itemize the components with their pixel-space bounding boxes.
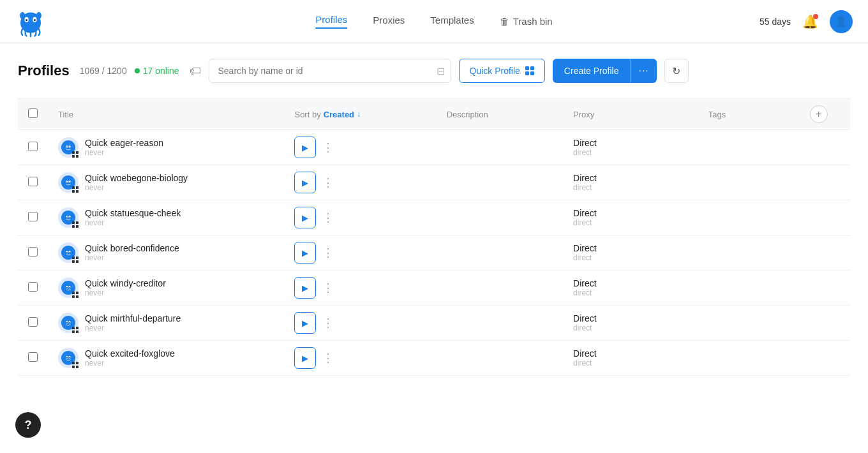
nav-trash[interactable]: 🗑 Trash bin [500, 16, 553, 27]
row-title-cell: Quick excited-foxglove never [48, 341, 284, 376]
create-profile-label: Create Profile [553, 59, 631, 83]
quick-profile-label: Quick Profile [470, 66, 520, 76]
profile-avatar [58, 313, 79, 333]
row-tags-cell [698, 306, 800, 341]
browser-icon [72, 151, 79, 158]
play-button[interactable]: ▶ [294, 172, 316, 193]
row-checkbox-cell [18, 306, 48, 341]
row-actions-cell: ▶ ⋮ [284, 341, 436, 376]
row-checkbox-1[interactable] [28, 142, 38, 151]
proxy-sub: direct [573, 288, 688, 297]
row-actions-cell: ▶ ⋮ [284, 235, 436, 271]
row-title-cell: Quick eager-reason never [48, 130, 284, 165]
row-checkbox-2[interactable] [28, 177, 38, 186]
more-options-button[interactable]: ⋮ [320, 351, 337, 365]
profile-name: Quick eager-reason [85, 138, 163, 148]
proxy-sub: direct [573, 183, 688, 192]
profile-avatar [58, 242, 79, 263]
create-profile-more-button[interactable]: ··· [631, 59, 656, 83]
row-title-cell: Quick statuesque-cheek never [48, 200, 284, 235]
more-options-button[interactable]: ⋮ [320, 246, 337, 260]
sort-arrow-icon: ↓ [357, 110, 361, 119]
svg-point-36 [69, 322, 70, 323]
more-options-button[interactable]: ⋮ [320, 140, 337, 154]
search-input[interactable] [209, 59, 451, 83]
row-description-cell [437, 130, 563, 165]
svg-point-5 [20, 11, 25, 19]
row-checkbox-4[interactable] [28, 247, 38, 256]
logo[interactable] [15, 6, 46, 37]
play-button[interactable]: ▶ [294, 312, 316, 334]
profiles-table: Title Sort by Created ↓ Description Prox… [18, 98, 850, 376]
table-row: Quick woebegone-biology never ▶ ⋮ Direct… [18, 165, 850, 200]
row-checkbox-cell [18, 271, 48, 306]
row-checkbox-cell [18, 235, 48, 271]
row-title-cell: Quick bored-confidence never [48, 235, 284, 271]
play-button[interactable]: ▶ [294, 347, 316, 369]
days-badge: 55 days [760, 17, 791, 27]
more-options-button[interactable]: ⋮ [320, 281, 337, 295]
col-header-description: Description [437, 99, 563, 130]
profile-info: Quick statuesque-cheek never [85, 208, 181, 227]
browser-icon [72, 221, 79, 228]
user-avatar-button[interactable]: 👤 [830, 10, 853, 33]
play-button[interactable]: ▶ [294, 207, 316, 228]
table-row: Quick bored-confidence never ▶ ⋮ Direct … [18, 235, 850, 271]
profile-time: never [85, 183, 188, 192]
proxy-main: Direct [573, 208, 688, 218]
play-button[interactable]: ▶ [294, 137, 316, 158]
row-extra-cell [800, 341, 850, 376]
col-header-sortby[interactable]: Sort by Created ↓ [284, 99, 436, 130]
svg-point-30 [66, 287, 68, 288]
row-tags-cell [698, 200, 800, 235]
quick-profile-button[interactable]: Quick Profile [459, 59, 545, 83]
row-proxy-cell: Direct direct [563, 341, 698, 376]
refresh-button[interactable]: ↻ [664, 59, 689, 83]
play-button[interactable]: ▶ [294, 277, 316, 299]
nav-proxies[interactable]: Proxies [373, 15, 405, 28]
row-title-cell: Quick mirthful-departure never [48, 306, 284, 341]
more-options-button[interactable]: ⋮ [320, 316, 337, 330]
proxy-main: Direct [573, 348, 688, 359]
row-extra-cell [800, 271, 850, 306]
filter-icon[interactable]: ⊟ [437, 65, 445, 77]
row-checkbox-3[interactable] [28, 212, 38, 221]
nav-profiles[interactable]: Profiles [315, 14, 347, 29]
row-description-cell [437, 200, 563, 235]
proxy-main: Direct [573, 313, 688, 323]
svg-point-21 [69, 217, 70, 218]
col-header-tags: Tags [698, 99, 800, 130]
profile-time: never [85, 323, 181, 332]
row-checkbox-7[interactable] [28, 352, 38, 362]
row-checkbox-cell [18, 200, 48, 235]
notifications-button[interactable]: 🔔 [802, 14, 818, 29]
row-tags-cell [698, 165, 800, 200]
browser-icon [72, 256, 79, 263]
more-options-button[interactable]: ⋮ [320, 211, 337, 225]
profile-info: Quick mirthful-departure never [85, 313, 181, 332]
create-profile-button[interactable]: Create Profile ··· [553, 59, 657, 83]
row-checkbox-cell [18, 341, 48, 376]
row-checkbox-5[interactable] [28, 282, 38, 292]
proxy-main: Direct [573, 243, 688, 253]
profile-avatar [58, 207, 79, 228]
search-wrapper: ⊟ [209, 59, 451, 83]
top-bar: Profiles 1069 / 1200 17 online 🏷 ⊟ Quick… [18, 59, 850, 83]
profile-info: Quick excited-foxglove never [85, 348, 175, 368]
add-column-button[interactable]: + [810, 105, 828, 123]
sort-by-label: Sort by [294, 110, 320, 119]
tag-button[interactable]: 🏷 [190, 64, 201, 78]
profiles-tbody: Quick eager-reason never ▶ ⋮ Direct dire… [18, 130, 850, 376]
nav-templates[interactable]: Templates [430, 15, 474, 28]
grid-icon [525, 66, 534, 75]
svg-point-35 [66, 322, 68, 323]
svg-point-10 [66, 147, 68, 148]
nav-links: Profiles Proxies Templates 🗑 Trash bin [315, 14, 552, 29]
proxy-sub: direct [573, 148, 688, 157]
play-button[interactable]: ▶ [294, 242, 316, 264]
col-header-add: + [800, 99, 850, 130]
row-checkbox-6[interactable] [28, 317, 38, 327]
select-all-checkbox[interactable] [28, 108, 38, 118]
more-options-button[interactable]: ⋮ [320, 175, 337, 189]
svg-point-3 [26, 19, 27, 21]
